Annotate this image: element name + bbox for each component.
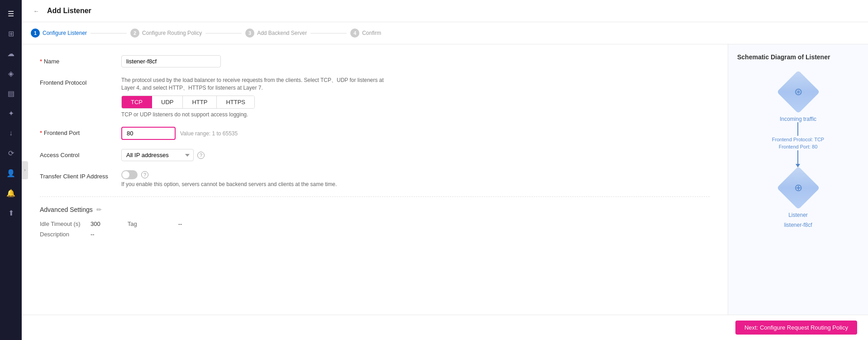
step-2[interactable]: 2 Configure Routing Policy [130,29,202,38]
sidebar-download-icon[interactable]: ↓ [3,125,19,141]
transfer-ip-help-icon[interactable]: ? [141,171,148,178]
main-area: ← Add Listener 1 Configure Listener 2 Co… [22,0,868,340]
listener-node: ⊕ Listener listener-f8cf [778,168,819,228]
tag-label: Tag [128,220,173,227]
tag-value: -- [178,220,182,227]
advanced-settings-label: Advanced Settings [40,206,93,213]
access-control-help-icon[interactable]: ? [197,152,205,159]
port-wrapper: Value range: 1 to 65535 [121,127,710,140]
protocol-label: Frontend Protocol [40,77,121,86]
arrow-1: Frontend Protocol: TCP Frontend Port: 80 [769,122,827,168]
transfer-ip-row: Transfer Client IP Address ? If you enab… [40,170,710,187]
protocol-buttons: TCP UDP HTTP HTTPS [121,96,255,109]
transfer-ip-label: Transfer Client IP Address [40,170,121,180]
tag-item: Tag -- [128,220,182,227]
port-hint: Value range: 1 to 65535 [180,130,238,137]
access-control-select[interactable]: All IP addresses Whitelist Blacklist [121,149,194,161]
transfer-note: If you enable this option, servers canno… [121,181,710,187]
step-4[interactable]: 4 Confirm [350,29,381,38]
proto-http-btn[interactable]: HTTP [183,96,217,108]
idle-timeout-item: Idle Timeout (s) 300 [40,220,100,227]
listener-icon: ⊕ [794,182,802,194]
listener-label-1: Listener [788,212,808,218]
form-area: Name Frontend Protocol The protocol used… [22,44,728,340]
idle-timeout-label: Idle Timeout (s) [40,220,85,227]
step-1-label: Configure Listener [43,30,87,36]
description-label: Description [40,231,85,238]
description-value: -- [91,231,95,238]
access-control-control: All IP addresses Whitelist Blacklist ? [121,149,710,161]
page-title: Add Listener [47,7,91,15]
proto-https-btn[interactable]: HTTPS [217,96,254,108]
advanced-grid: Idle Timeout (s) 300 Tag -- [40,220,710,227]
back-button[interactable]: ← [31,5,42,16]
protocol-note: TCP or UDP listeners do not support acce… [121,111,710,118]
transfer-ip-control: ? If you enable this option, servers can… [121,170,710,187]
advanced-settings-edit-icon[interactable]: ✏ [96,206,102,213]
advanced-settings-header: Advanced Settings ✏ [40,206,710,213]
listener-label-2: listener-f8cf [784,222,812,228]
sidebar-users-icon[interactable]: 👤 [3,165,19,181]
protocol-row: Frontend Protocol The protocol used by t… [40,77,710,118]
description-row: Description -- [40,231,710,238]
step-1[interactable]: 1 Configure Listener [31,29,87,38]
proto-udp-btn[interactable]: UDP [152,96,183,108]
port-input[interactable] [121,127,176,140]
page-header: ← Add Listener [22,0,868,22]
proto-tcp-btn[interactable]: TCP [122,96,152,108]
sidebar-notification-icon[interactable]: 🔔 [3,185,19,201]
toggle-wrap: ? [121,170,710,179]
step-4-label: Confirm [362,30,381,36]
sidebar-upload-icon[interactable]: ◈ [3,65,19,81]
listener-shape: ⊕ [778,168,819,208]
port-label: Frontend Port [40,127,121,136]
incoming-traffic-node: ⊛ Incoming traffic [778,72,819,122]
sidebar-recycle-icon[interactable]: ⟳ [3,145,19,161]
arrow-vertical-2 [797,150,798,164]
next-button[interactable]: Next: Configure Request Routing Policy [735,321,857,335]
diagram-panel: Schematic Diagram of Listener ⊛ Incoming… [728,44,868,340]
step-1-number: 1 [31,29,40,38]
step-4-number: 4 [350,29,359,38]
incoming-traffic-icon: ⊛ [794,86,802,98]
step-2-label: Configure Routing Policy [142,30,202,36]
sidebar-menu-icon[interactable]: ☰ [3,5,19,22]
name-input[interactable] [121,55,221,67]
port-row: Frontend Port Value range: 1 to 65535 [40,127,710,140]
diagram-container: ⊛ Incoming traffic Frontend Protocol: TC… [737,72,859,228]
step-3-number: 3 [245,29,254,38]
name-control [121,55,710,67]
sidebar: ☰ ⊞ ☁ ◈ ▤ ✦ ↓ ⟳ 👤 🔔 ⬆ [0,0,22,340]
incoming-traffic-shape: ⊛ [778,72,819,112]
step-line-2 [205,33,242,34]
step-line-1 [91,33,127,34]
incoming-traffic-label: Incoming traffic [780,116,816,122]
step-3-label: Add Backend Server [257,30,307,36]
step-2-number: 2 [130,29,139,38]
diagram-title: Schematic Diagram of Listener [737,53,830,61]
arrow-label-port: Frontend Port: 80 [776,143,820,150]
sidebar-list-icon[interactable]: ▤ [3,85,19,101]
sidebar-dashboard-icon[interactable]: ⊞ [3,25,19,42]
step-line-3 [310,33,347,34]
protocol-desc: The protocol used by the load balancer t… [121,77,393,92]
access-control-label: Access Control [40,149,121,158]
arrow-label-protocol: Frontend Protocol: TCP [769,136,827,143]
protocol-control: The protocol used by the load balancer t… [121,77,710,118]
transfer-ip-toggle[interactable] [121,170,138,179]
step-3[interactable]: 3 Add Backend Server [245,29,307,38]
sidebar-cloud-icon[interactable]: ☁ [3,45,19,62]
content-wrapper: Name Frontend Protocol The protocol used… [22,44,868,340]
step-bar: 1 Configure Listener 2 Configure Routing… [22,22,868,44]
sidebar-gear-icon[interactable]: ✦ [3,105,19,121]
name-row: Name [40,55,710,67]
name-label: Name [40,55,121,65]
port-control: Value range: 1 to 65535 [121,127,710,140]
sidebar-collapse-btn[interactable]: › [22,161,28,179]
access-select-wrap: All IP addresses Whitelist Blacklist ? [121,149,710,161]
bottom-bar: Next: Configure Request Routing Policy [22,315,868,340]
access-control-row: Access Control All IP addresses Whitelis… [40,149,710,161]
arrow-vertical-1 [797,122,798,136]
sidebar-arrow-icon[interactable]: ⬆ [3,205,19,221]
idle-timeout-value: 300 [91,220,100,227]
